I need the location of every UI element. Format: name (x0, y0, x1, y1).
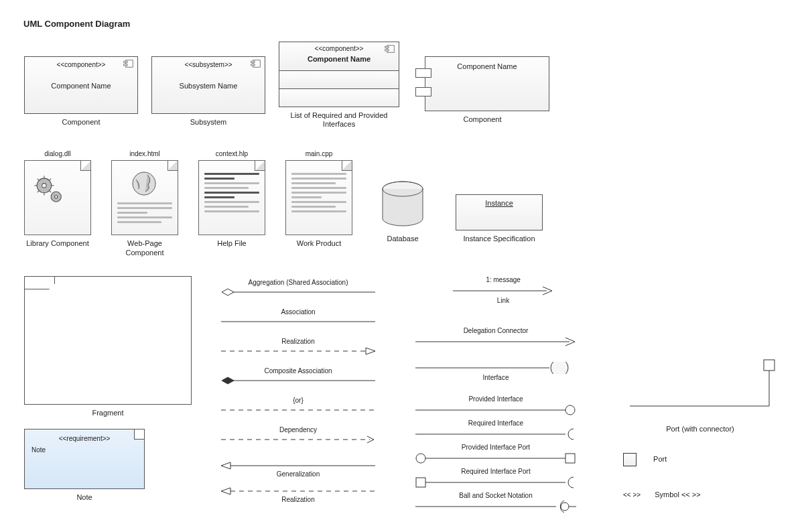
element-component: <<component>> Component Name Component (24, 56, 138, 127)
element-database: Database (373, 181, 433, 244)
component-icon (123, 60, 133, 69)
stereotype: <<component>> (25, 57, 137, 68)
caption: Database (373, 235, 433, 244)
caption: Interface (415, 374, 576, 381)
cylinder-icon (379, 181, 426, 229)
caption: Port (653, 455, 667, 463)
symbol-glyph: << >> (623, 491, 641, 498)
rel-ball-socket: Ball and Socket Notation (415, 492, 576, 513)
svg-rect-5 (251, 64, 255, 66)
svg-marker-28 (366, 348, 375, 354)
file-name: dialog.dll (24, 150, 91, 157)
svg-point-40 (551, 362, 568, 374)
rel-required-port: Required Interface Port (415, 468, 576, 488)
component-name: Component Name (25, 68, 137, 90)
rel-aggregation: Aggregation (Shared Association) (221, 279, 375, 297)
rel-association: Association (221, 308, 375, 326)
component-name: Component Name (279, 52, 399, 63)
caption: Fragment (24, 409, 192, 418)
caption: Required Interface (415, 419, 576, 427)
element-port-connector: Port (with connector) (623, 359, 777, 434)
svg-line-18 (49, 190, 51, 192)
caption: Generalization (221, 470, 375, 478)
caption: Instance Specification (456, 235, 543, 244)
element-webpage: index.html Web-Page Component (111, 150, 178, 258)
caption: Association (221, 308, 375, 316)
svg-point-12 (55, 195, 58, 198)
svg-rect-2 (124, 64, 127, 66)
caption: Component (415, 115, 549, 125)
caption: 1: message (453, 276, 553, 283)
svg-rect-1 (124, 61, 127, 62)
element-fragment: Fragment (24, 276, 192, 418)
component-icon (385, 45, 395, 54)
caption: List of Required and Provided Interfaces (279, 111, 399, 129)
file-name: context.hlp (198, 150, 265, 157)
rel-realization-2: Realization (221, 486, 375, 505)
caption: Provided Interface Port (415, 444, 576, 451)
diagram-title: UML Component Diagram (23, 19, 130, 29)
caption: Provided Interface (415, 395, 576, 403)
file-name: main.cpp (285, 150, 352, 157)
subsystem-name: Subsystem Name (152, 68, 265, 90)
svg-line-20 (49, 179, 51, 181)
rel-composite: Composite Association (221, 367, 375, 385)
caption: Realization (221, 338, 375, 345)
port-icon (415, 68, 431, 78)
component-icon (251, 60, 261, 69)
caption: Dependency (221, 426, 375, 434)
element-workproduct: main.cpp Work Product (285, 150, 352, 249)
stereotype: <<subsystem>> (152, 57, 265, 68)
svg-rect-8 (385, 50, 389, 51)
svg-rect-46 (565, 454, 575, 463)
svg-marker-25 (222, 289, 234, 295)
caption: Ball and Socket Notation (415, 492, 576, 499)
svg-rect-52 (764, 360, 775, 371)
stereotype: <<requirement>> (31, 435, 137, 442)
svg-point-10 (42, 184, 46, 188)
svg-point-21 (133, 172, 155, 195)
globe-icon (131, 170, 157, 198)
element-interface-list: <<component>> Component Name List of Req… (279, 42, 399, 129)
caption: Required Interface Port (415, 468, 576, 475)
caption: Realization (221, 496, 375, 503)
element-note: <<requirement>> Note Note (24, 429, 145, 503)
svg-rect-47 (416, 478, 425, 487)
svg-marker-33 (221, 462, 230, 469)
caption: Delegation Connector (415, 327, 576, 334)
svg-marker-35 (221, 488, 230, 494)
rel-generalization: Generalization (221, 461, 375, 479)
element-helpfile: context.hlp Help File (198, 150, 265, 249)
caption: Help File (198, 239, 265, 249)
rel-provided-interface: Provided Interface (415, 395, 576, 416)
component-name: Component Name (425, 57, 549, 70)
element-component-ports: Component Name Component (415, 56, 549, 125)
rel-delegation: Delegation Connector (415, 327, 576, 348)
rel-required-interface: Required Interface (415, 419, 576, 440)
instance-name: Instance (456, 195, 542, 207)
caption: Library Component (24, 239, 91, 249)
port-icon (415, 87, 431, 96)
caption: Component (24, 118, 138, 127)
caption: {or} (221, 397, 375, 404)
caption: Aggregation (Shared Association) (221, 279, 375, 286)
rel-realization: Realization (221, 338, 375, 356)
caption: Link (453, 297, 553, 304)
svg-line-17 (38, 179, 40, 181)
svg-marker-30 (222, 377, 234, 384)
rel-dependency: Dependency (221, 426, 375, 444)
caption: Port (with connector) (623, 425, 777, 434)
note-text: Note (31, 446, 137, 454)
svg-line-19 (38, 190, 40, 192)
rel-provided-port: Provided Interface Port (415, 444, 576, 464)
file-name: index.html (111, 150, 178, 157)
caption: Work Product (285, 239, 352, 249)
element-library: dialog.dll Library Component (24, 150, 91, 249)
gear-icon (31, 173, 68, 210)
element-symbol: << >> Symbol << >> (623, 490, 777, 498)
port-icon (623, 453, 636, 466)
caption: Web-Page Component (111, 239, 178, 258)
svg-point-44 (416, 454, 425, 463)
element-port: Port (623, 453, 777, 466)
svg-point-42 (565, 405, 575, 415)
